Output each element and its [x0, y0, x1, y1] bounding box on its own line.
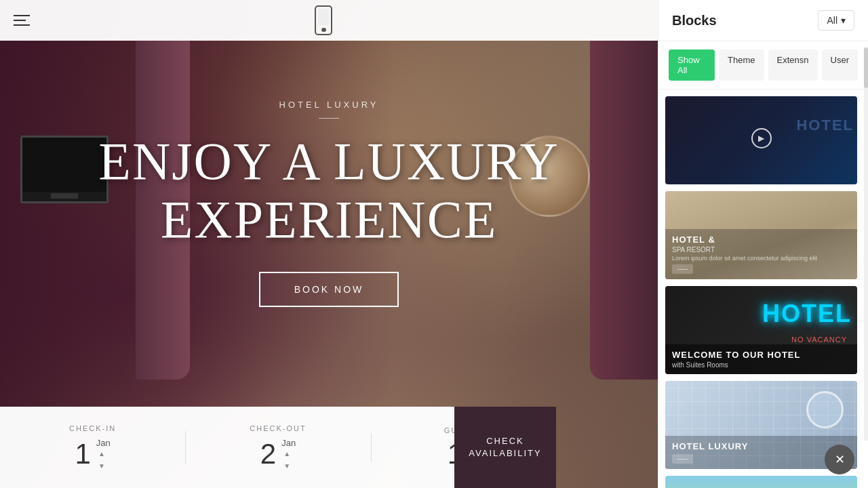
- blocks-list: HOTEL ▶ HOTEL & SPA RESORT Lorem ipsum d…: [658, 89, 868, 488]
- scrollbar-track: [864, 47, 868, 441]
- checkout-up[interactable]: ▲: [281, 449, 292, 459]
- checkout-label: CHECK-OUT: [250, 424, 306, 432]
- tab-user[interactable]: User: [822, 49, 858, 81]
- mirror-circle: [806, 391, 844, 428]
- checkin-value-row: 1 Jan ▲ ▼: [75, 438, 111, 471]
- neon-hotel-text: HOTEL: [762, 300, 852, 328]
- all-dropdown[interactable]: All ▾: [818, 10, 854, 30]
- card2-subtitle: SPA RESORT: [672, 246, 850, 253]
- book-now-button[interactable]: BOOK NOW: [259, 272, 399, 307]
- hero-title: ENJOY A LUXURY EXPERIENCE: [98, 132, 559, 249]
- card4-title: HOTEL LUXURY: [672, 441, 850, 451]
- tab-show-all[interactable]: Show All: [669, 49, 715, 81]
- tab-theme[interactable]: Theme: [719, 49, 764, 81]
- play-icon: ▶: [751, 128, 772, 148]
- main-panel: HOTEL LUXURY ENJOY A LUXURY EXPERIENCE B…: [0, 0, 658, 488]
- checkout-stepper: ▲ ▼: [281, 449, 292, 471]
- checkin-month: Jan: [96, 438, 111, 448]
- block-card-2[interactable]: HOTEL & SPA RESORT Lorem ipsum dolor sit…: [665, 191, 857, 279]
- card4-link: -----: [672, 454, 693, 464]
- checkin-section: CHECK-IN 1 Jan ▲ ▼: [0, 418, 185, 478]
- top-bar: [0, 0, 658, 41]
- tab-extensn[interactable]: Extensn: [768, 49, 818, 81]
- blocks-title: Blocks: [672, 13, 717, 28]
- checkout-day: 2: [260, 440, 276, 468]
- check-availability-text: CHECK AVAILABILITY: [469, 435, 541, 460]
- card2-desc: Lorem ipsum dolor sit amet consectetur a…: [672, 255, 850, 262]
- filter-tabs: Show All Theme Extensn User: [658, 41, 868, 89]
- card3-overlay: Welcome To Our Hotel with Suites Rooms: [665, 344, 857, 374]
- card2-title: HOTEL &: [672, 235, 850, 245]
- block-card-3[interactable]: HOTEL NO VACANCY Welcome To Our Hotel wi…: [665, 286, 857, 374]
- checkout-section: CHECK-OUT 2 Jan ▲ ▼: [185, 418, 370, 478]
- hotel-label: HOTEL LUXURY: [279, 100, 379, 110]
- phone-icon: [315, 5, 332, 35]
- card1-bg-text: HOTEL: [796, 117, 854, 134]
- checkout-month: Jan: [281, 438, 296, 448]
- checkin-label: CHECK-IN: [69, 424, 116, 432]
- scrollbar-thumb[interactable]: [864, 47, 868, 88]
- close-button[interactable]: ✕: [825, 445, 854, 474]
- checkin-stepper: ▲ ▼: [96, 449, 107, 471]
- checkin-day: 1: [75, 440, 91, 468]
- card2-overlay: HOTEL & SPA RESORT Lorem ipsum dolor sit…: [665, 229, 857, 279]
- checkout-down[interactable]: ▼: [281, 462, 292, 471]
- checkout-value-row: 2 Jan ▲ ▼: [260, 438, 296, 471]
- hero-content: HOTEL LUXURY ENJOY A LUXURY EXPERIENCE B…: [0, 0, 658, 407]
- booking-bar: CHECK-IN 1 Jan ▲ ▼ CHECK-OUT 2 Jan: [0, 407, 556, 488]
- hero-divider: [319, 118, 339, 119]
- card3-subtitle: with Suites Rooms: [672, 361, 850, 369]
- chevron-down-icon: ▾: [841, 15, 846, 26]
- right-header: Blocks All ▾: [658, 0, 868, 41]
- checkin-up[interactable]: ▲: [96, 449, 107, 459]
- block-card-1[interactable]: HOTEL ▶: [665, 96, 857, 184]
- card3-title: Welcome To Our Hotel: [672, 350, 850, 360]
- right-panel: Blocks All ▾ Show All Theme Extensn User…: [658, 0, 868, 488]
- hamburger-menu[interactable]: [14, 15, 30, 26]
- check-availability-button[interactable]: CHECK AVAILABILITY: [454, 407, 556, 488]
- close-icon: ✕: [835, 452, 845, 467]
- card2-link: -----: [672, 264, 693, 274]
- checkin-down[interactable]: ▼: [96, 462, 107, 471]
- block-card-5[interactable]: Hotel Luxury: [665, 476, 857, 488]
- no-vacancy-text: NO VACANCY: [791, 336, 847, 344]
